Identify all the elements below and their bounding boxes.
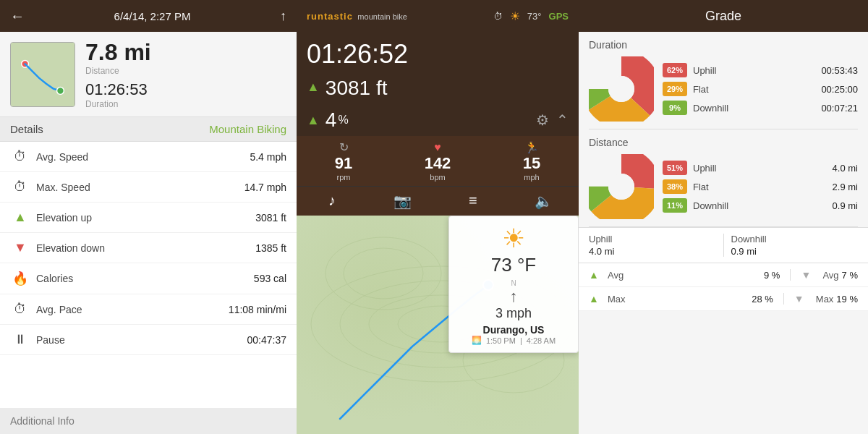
avg-speed-label: Avg. Speed xyxy=(36,151,250,163)
details-header: Details Mountain Biking xyxy=(0,117,297,142)
music-button[interactable]: ♪ xyxy=(297,192,367,210)
weather-sun-icon: ☀ xyxy=(458,224,569,254)
top-bar-icons: ⏱ ☀ 73° GPS xyxy=(493,9,569,23)
details-list: ⏱ Avg. Speed 5.4 mph ⏱ Max. Speed 14.7 m… xyxy=(0,142,297,408)
distance-legend: 51% Uphill 4.0 mi 38% Flat 2.9 mi 11% Do… xyxy=(663,161,858,213)
avg-row-divider xyxy=(790,269,791,281)
compass-display: N ↑ xyxy=(458,279,569,306)
elapsed-time: 01:26:52 xyxy=(307,39,569,69)
avg-max-rows: ▲ Avg 9 % ▼ Avg 7 % ▲ Max 28 % ▼ Max 19 … xyxy=(579,263,868,311)
sunset-time: 4:28 AM xyxy=(527,336,556,345)
max-row-divider xyxy=(783,293,784,305)
uh-divider xyxy=(723,234,724,257)
max-row: ▲ Max 28 % ▼ Max 19 % xyxy=(579,287,868,311)
wind-speed: 3 mph xyxy=(458,306,569,321)
timer-icon: ⏱ xyxy=(493,11,503,22)
detail-avg-pace: ⏱ Avg. Pace 11:08 min/mi xyxy=(0,294,297,325)
duration-legend: 62% Uphill 00:53:43 29% Flat 00:25:00 9%… xyxy=(663,63,858,115)
speed-icon: 🏃 xyxy=(524,140,539,154)
middle-panel: runtastic mountain bike ⏱ ☀ 73° GPS 01:2… xyxy=(297,0,579,434)
duration-flat-item: 29% Flat 00:25:00 xyxy=(663,82,858,96)
elevation-up-icon: ▲ xyxy=(10,210,30,225)
back-button[interactable]: ← xyxy=(10,8,25,25)
distance-label: Distance xyxy=(85,66,151,76)
uphill-label: Uphill xyxy=(693,65,815,76)
gear-icon[interactable]: ⚙ xyxy=(536,111,549,129)
svg-point-2 xyxy=(57,87,64,94)
stats-bar: 01:26:52 xyxy=(297,32,579,74)
pause-icon: ⏸ xyxy=(10,332,30,347)
weather-location: Durango, US xyxy=(458,324,569,336)
dist-uphill-value: 4.0 mi xyxy=(833,163,858,174)
downhill-max-right: ▼ Max 19 % xyxy=(794,293,858,305)
uphill-badge: 62% xyxy=(663,63,687,77)
cadence-stat: ↻ 91 rpm xyxy=(297,140,391,182)
flat-badge: 29% xyxy=(663,82,687,96)
detail-avg-speed: ⏱ Avg. Speed 5.4 mph xyxy=(0,142,297,172)
additional-info[interactable]: Additional Info xyxy=(0,408,297,434)
duration-section-title: Duration xyxy=(589,39,858,51)
uphill-avg-icon: ▲ xyxy=(589,269,605,281)
speed-stat: 🏃 15 mph xyxy=(485,140,579,182)
avg-pace-label: Avg. Pace xyxy=(36,304,229,315)
dist-uphill-label: Uphill xyxy=(693,163,827,174)
detail-max-speed: ⏱ Max. Speed 14.7 mph xyxy=(0,172,297,203)
duration-downhill-item: 9% Downhill 00:07:21 xyxy=(663,101,858,115)
elevation-bar: ▲ 3081 ft xyxy=(297,74,579,104)
calories-label: Calories xyxy=(36,273,254,284)
menu-button[interactable]: ≡ xyxy=(438,192,509,210)
heartrate-value: 142 xyxy=(391,154,485,173)
camera-button[interactable]: 📷 xyxy=(367,192,438,210)
uphill-col-val: 4.0 mi xyxy=(589,246,716,257)
downhill-label: Downhill xyxy=(693,103,815,114)
avg-pace-icon: ⏱ xyxy=(10,302,30,317)
avg-speed-icon: ⏱ xyxy=(10,149,30,164)
pause-label: Pause xyxy=(36,334,247,346)
share-button[interactable]: ↑ xyxy=(280,9,286,24)
distance-downhill-item: 11% Downhill 0.9 mi xyxy=(663,198,858,213)
grade-bar: ▲ 4 % ⚙ ⌃ xyxy=(297,104,579,136)
duration-uphill-item: 62% Uphill 00:53:43 xyxy=(663,63,858,77)
uphill-max-value: 28 % xyxy=(752,294,773,305)
uphill-downhill-header: Uphill 4.0 mi Downhill 0.9 mi xyxy=(579,227,868,263)
max-speed-icon: ⏱ xyxy=(10,179,30,195)
downhill-max-icon: ▼ xyxy=(794,293,810,305)
detail-calories: 🔥 Calories 593 cal xyxy=(0,263,297,294)
speed-unit: mph xyxy=(485,173,579,182)
distance-flat-item: 38% Flat 2.9 mi xyxy=(663,179,858,194)
duration-pie-chart xyxy=(589,56,654,122)
distance-pie-chart xyxy=(589,154,654,219)
left-header: ← 6/4/14, 2:27 PM ↑ xyxy=(0,0,297,32)
downhill-avg-right: ▼ Avg 7 % xyxy=(801,269,858,281)
uphill-col-label: Uphill xyxy=(589,234,716,244)
distance-section: Distance 51% Uphill 4.0 mi xyxy=(579,129,868,226)
downhill-col-label: Downhill xyxy=(731,234,859,244)
dist-uphill-badge: 51% xyxy=(663,161,687,175)
heartrate-stat: ♥ 142 bpm xyxy=(391,141,485,182)
cadence-value: 91 xyxy=(297,154,391,173)
avg-speed-value: 5.4 mph xyxy=(250,151,286,163)
map-area[interactable]: ☀ 73 °F N ↑ 3 mph Durango, US 🌅 1:50 PM … xyxy=(297,216,579,434)
downhill-duration: 00:07:21 xyxy=(821,103,858,114)
sunrise-icon: 🌅 xyxy=(472,336,482,345)
right-panel: ← Grade Duration 62% Uphill xyxy=(579,0,868,434)
map-thumbnail[interactable]: ⤢ xyxy=(10,42,75,107)
max-speed-value: 14.7 mph xyxy=(244,182,286,193)
elevation-down-icon: ▼ xyxy=(10,240,30,255)
dist-downhill-value: 0.9 mi xyxy=(833,200,858,211)
dist-flat-label: Flat xyxy=(693,182,827,192)
duration-section: Duration 62% Uphill 00:53:43 xyxy=(579,32,868,129)
chevron-up-icon[interactable]: ⌃ xyxy=(556,111,569,129)
svg-rect-0 xyxy=(11,43,75,106)
calories-value: 593 cal xyxy=(254,273,286,284)
grade-icon: ▲ xyxy=(307,113,320,128)
distance-section-title: Distance xyxy=(589,137,858,148)
detail-elevation-down: ▼ Elevation down 1385 ft xyxy=(0,233,297,263)
app-logo: runtastic mountain bike xyxy=(307,9,407,22)
sound-button[interactable]: 🔈 xyxy=(509,192,579,210)
grade-value: 4 xyxy=(326,109,337,132)
dist-downhill-badge: 11% xyxy=(663,198,687,213)
avg-pace-value: 11:08 min/mi xyxy=(229,304,286,315)
grade-unit: % xyxy=(338,114,348,127)
elevation-up-value: 3081 ft xyxy=(255,212,286,224)
